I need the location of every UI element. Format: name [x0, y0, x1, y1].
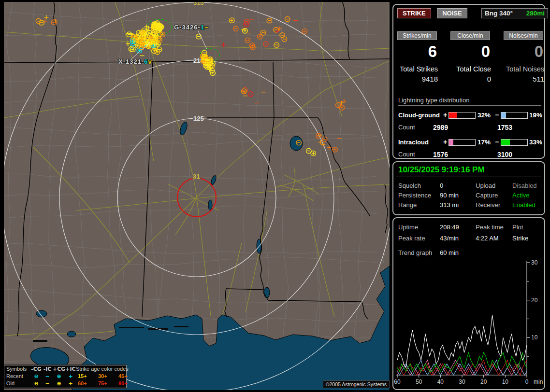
svg-text:50: 50: [416, 378, 422, 385]
cg-plus-count: 2989: [433, 124, 448, 131]
minus-sign: −: [495, 111, 499, 119]
legend-col-nic: -IC: [42, 365, 53, 373]
legend-row-old-label: Old: [6, 380, 30, 387]
strikes-per-min-chip: Strikes/min: [397, 31, 437, 40]
plus-icon: +: [65, 373, 76, 380]
noises-per-min-value: 0: [504, 43, 543, 60]
side-panel: STRIKE NOISE Bng 340° 280mi Strikes/min …: [392, 4, 547, 390]
persistence-value: 90 min: [440, 192, 459, 199]
trend-graph: 1020306050403020100min: [393, 218, 544, 388]
bearing-range-value: 280mi: [526, 10, 545, 17]
svg-text:30: 30: [531, 259, 538, 266]
ic-plus-count: 1576: [433, 151, 448, 158]
legend-col-pic: +IC: [65, 365, 76, 373]
legend-col-pcg: +CG: [53, 365, 65, 373]
legend-title: Symbols: [6, 365, 30, 373]
legend-age-title: Strike age color codes: [76, 365, 137, 373]
capture-status: Active: [512, 192, 529, 199]
total-strikes-value: 9418: [397, 75, 438, 83]
circle-minus-icon: ⊖: [30, 373, 42, 380]
counters-box: STRIKE NOISE Bng 340° 280mi Strikes/min …: [392, 4, 545, 159]
ic-plus-bar: [449, 139, 476, 146]
age-code-60: 60+: [76, 380, 96, 387]
total-noises-label: Total Noises: [504, 65, 544, 73]
cg-plus-bar: [449, 112, 476, 119]
ic-plus-pct: 17%: [478, 139, 491, 146]
noises-per-min-chip: Noises/min: [504, 31, 543, 40]
squelch-value: 0: [440, 182, 443, 189]
total-noises-value: 511: [504, 75, 544, 83]
svg-text:20: 20: [531, 297, 538, 304]
upload-label: Upload: [476, 182, 495, 189]
ic-count-label: Count: [398, 151, 415, 158]
ic-minus-bar: [501, 139, 528, 146]
cg-minus-bar: [501, 112, 528, 119]
intracloud-label: Intracloud: [398, 139, 429, 146]
legend-row-recent-label: Recent: [6, 373, 30, 380]
svg-text:60: 60: [394, 378, 401, 385]
receiver-status: Enabled: [512, 201, 536, 209]
svg-text:0: 0: [525, 378, 529, 385]
datetime-display: 10/25/2025 9:19:16 PM: [398, 165, 485, 175]
range-value: 313 mi: [440, 201, 459, 209]
copyright-notice: ©2005 Astrogenic Systems: [323, 380, 390, 388]
capture-label: Capture: [476, 192, 498, 199]
range-ring-label-125: 125: [193, 115, 204, 122]
upload-status: Disabled: [512, 182, 537, 189]
svg-text:20: 20: [480, 378, 487, 385]
close-per-min-value: 0: [450, 43, 490, 60]
age-code-15: 15+: [76, 373, 96, 380]
plus-sign: +: [443, 138, 447, 146]
age-code-45: 45+: [116, 373, 137, 380]
plus-sign: +: [443, 111, 447, 119]
minus-icon: −: [42, 380, 53, 387]
noise-mode-button[interactable]: NOISE: [437, 8, 467, 18]
storm-cell-label: G-3426-1−: [174, 24, 209, 31]
lightning-distribution: Lightning type distribution Cloud-ground…: [398, 97, 541, 158]
cg-plus-pct: 32%: [478, 112, 491, 119]
svg-text:min: min: [534, 378, 543, 385]
plus-icon: +: [65, 380, 76, 387]
total-close-value: 0: [450, 75, 491, 83]
age-code-30: 30+: [96, 373, 116, 380]
cg-minus-count: 1753: [497, 124, 512, 131]
map-symbol-legend: Symbols -CG -IC +CG +IC Strike age color…: [4, 365, 127, 388]
circle-plus-icon: ⊕: [53, 373, 65, 380]
range-ring-label-313: 313: [193, 2, 204, 6]
persistence-label: Persistence: [398, 192, 431, 199]
range-label: Range: [398, 201, 417, 209]
ic-minus-pct: 33%: [529, 139, 542, 146]
trend-series--IC: [397, 352, 527, 371]
strike-mode-button[interactable]: STRIKE: [397, 8, 431, 18]
svg-text:10: 10: [531, 334, 538, 341]
map-view[interactable]: 31321912531X-1321-6vG-3426-1− Symbols -C…: [4, 2, 390, 390]
divider: [396, 177, 541, 177]
cg-count-label: Count: [398, 124, 415, 131]
svg-text:30: 30: [459, 378, 465, 385]
bearing-value: Bng 340°: [485, 10, 513, 17]
age-code-90: 90+: [116, 380, 137, 387]
status-box: 10/25/2025 9:19:16 PM Squelch 0 Upload D…: [392, 161, 545, 215]
circle-plus-icon: ⊕: [53, 380, 65, 387]
total-close-label: Total Close: [450, 65, 491, 73]
svg-text:40: 40: [437, 378, 444, 385]
trend-box: Uptime 208:49 Peak time Plot Peak rate 4…: [392, 217, 545, 390]
ic-minus-count: 3100: [497, 151, 512, 158]
circle-minus-icon: ⊖: [30, 380, 42, 387]
total-strikes-label: Total Strikes: [397, 65, 438, 73]
minus-sign: −: [495, 138, 499, 146]
lightning-map: 31321912531X-1321-6vG-3426-1−: [4, 2, 390, 390]
close-ring-label: 31: [193, 173, 200, 180]
age-code-75: 75+: [96, 380, 116, 387]
app-window: 31321912531X-1321-6vG-3426-1− Symbols -C…: [0, 0, 550, 392]
squelch-label: Squelch: [398, 182, 421, 189]
bearing-readout: Bng 340° 280mi: [481, 8, 548, 18]
close-per-min-chip: Close/min: [450, 31, 490, 40]
strikes-per-min-value: 6: [397, 43, 437, 60]
storm-cell-label: X-1321-6v: [118, 58, 152, 65]
receiver-label: Receiver: [476, 201, 500, 209]
svg-text:10: 10: [502, 378, 509, 385]
legend-col-ncg: -CG: [30, 365, 42, 373]
minus-icon: −: [42, 373, 53, 380]
cg-minus-pct: 19%: [529, 112, 542, 119]
